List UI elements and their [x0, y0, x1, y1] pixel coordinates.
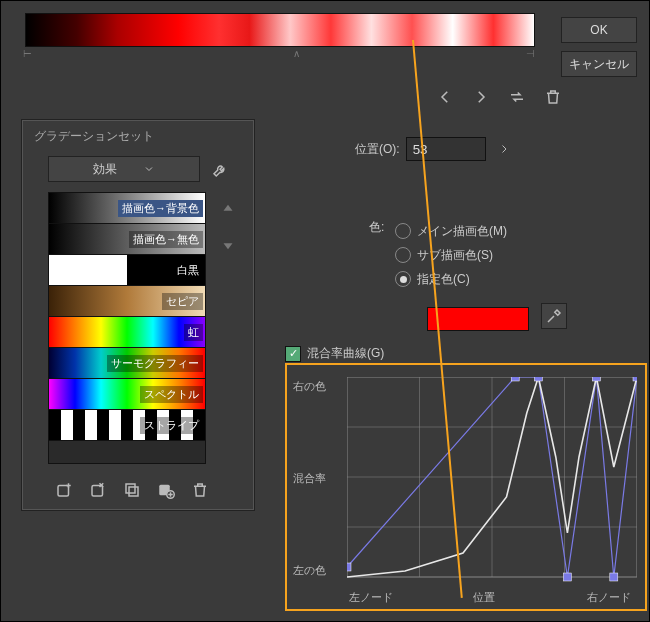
trash-icon[interactable] — [541, 85, 565, 109]
gradient-set-panel: グラデーションセット 効果 描画色→背景色描画色→無色白黒セピア虹サーモグラフィ… — [21, 119, 255, 511]
svg-rect-15 — [534, 377, 542, 381]
gradient-list-item-label: セピア — [162, 293, 203, 310]
new-set-icon[interactable] — [52, 478, 76, 502]
gradient-list-item[interactable]: 白黒 — [49, 255, 205, 286]
color-label: 色: — [369, 219, 395, 291]
gradient-set-dropdown-label: 効果 — [93, 161, 117, 178]
svg-rect-1 — [92, 486, 103, 497]
radio-sub-color[interactable]: サブ描画色(S) — [395, 243, 507, 267]
gradient-set-title: グラデーションセット — [34, 128, 154, 145]
gradient-list-item-label: 虹 — [184, 324, 203, 341]
curve-ylabel-bot: 左の色 — [293, 563, 326, 578]
flip-icon[interactable] — [505, 85, 529, 109]
import-icon[interactable] — [86, 478, 110, 502]
gradient-list[interactable]: 描画色→背景色描画色→無色白黒セピア虹サーモグラフィースペクトルストライプ — [48, 192, 206, 464]
gradient-list-item[interactable]: サーモグラフィー — [49, 348, 205, 379]
position-step-icon[interactable] — [492, 137, 516, 161]
curve-ylabel-top: 右の色 — [293, 379, 326, 394]
mixing-curve-checkbox[interactable]: ✓ — [285, 346, 301, 362]
gradient-ruler: ⊢∧⊣ — [25, 47, 533, 59]
position-input[interactable] — [406, 137, 486, 161]
gradient-list-item-label: サーモグラフィー — [107, 355, 203, 372]
gradient-list-item[interactable]: 虹 — [49, 317, 205, 348]
chevron-down-icon — [143, 163, 155, 175]
list-trash-icon[interactable] — [188, 478, 212, 502]
gradient-list-item[interactable]: 描画色→無色 — [49, 224, 205, 255]
gradient-preview[interactable] — [25, 13, 535, 47]
mixing-curve-panel: 右の色 混合率 左の色 左ノード 位置 右ノード — [285, 363, 647, 611]
gradient-list-item[interactable]: スペクトル — [49, 379, 205, 410]
gradient-list-item-label: ストライプ — [140, 417, 203, 434]
mixing-curve-graph[interactable] — [347, 377, 637, 587]
gradient-list-item-label: 描画色→無色 — [129, 231, 203, 248]
svg-rect-17 — [592, 377, 600, 381]
gradient-list-item-label: スペクトル — [140, 386, 203, 403]
move-up-icon[interactable] — [216, 198, 240, 222]
svg-rect-14 — [511, 377, 519, 381]
svg-rect-3 — [129, 487, 138, 496]
color-swatch[interactable] — [427, 307, 529, 331]
wrench-icon[interactable] — [208, 158, 232, 182]
radio-main-color[interactable]: メイン描画色(M) — [395, 219, 507, 243]
ok-button[interactable]: OK — [561, 17, 637, 43]
gradient-list-item-label: 描画色→背景色 — [118, 200, 203, 217]
move-down-icon[interactable] — [216, 232, 240, 256]
gradient-list-item[interactable]: ストライプ — [49, 410, 205, 441]
svg-rect-0 — [58, 486, 69, 497]
curve-xlabel-left: 左ノード — [349, 590, 393, 605]
prev-arrow-icon[interactable] — [433, 85, 457, 109]
mixing-curve-label: 混合率曲線(G) — [307, 345, 384, 362]
eyedropper-icon[interactable] — [541, 303, 567, 329]
gradient-list-item[interactable]: 描画色→背景色 — [49, 193, 205, 224]
position-label: 位置(O): — [355, 141, 400, 158]
curve-xlabel-right: 右ノード — [587, 590, 631, 605]
duplicate-icon[interactable] — [120, 478, 144, 502]
next-arrow-icon[interactable] — [469, 85, 493, 109]
svg-rect-19 — [633, 377, 637, 381]
svg-rect-13 — [347, 563, 351, 571]
svg-rect-18 — [610, 573, 618, 581]
add-icon[interactable] — [154, 478, 178, 502]
curve-xlabel-mid: 位置 — [473, 590, 495, 605]
gradient-list-item-label: 白黒 — [173, 262, 203, 279]
svg-rect-2 — [126, 484, 135, 493]
curve-ylabel-mid: 混合率 — [293, 471, 326, 486]
radio-specified-color[interactable]: 指定色(C) — [395, 267, 507, 291]
gradient-set-dropdown[interactable]: 効果 — [48, 156, 200, 182]
svg-rect-16 — [563, 573, 571, 581]
cancel-button[interactable]: キャンセル — [561, 51, 637, 77]
gradient-list-item[interactable]: セピア — [49, 286, 205, 317]
